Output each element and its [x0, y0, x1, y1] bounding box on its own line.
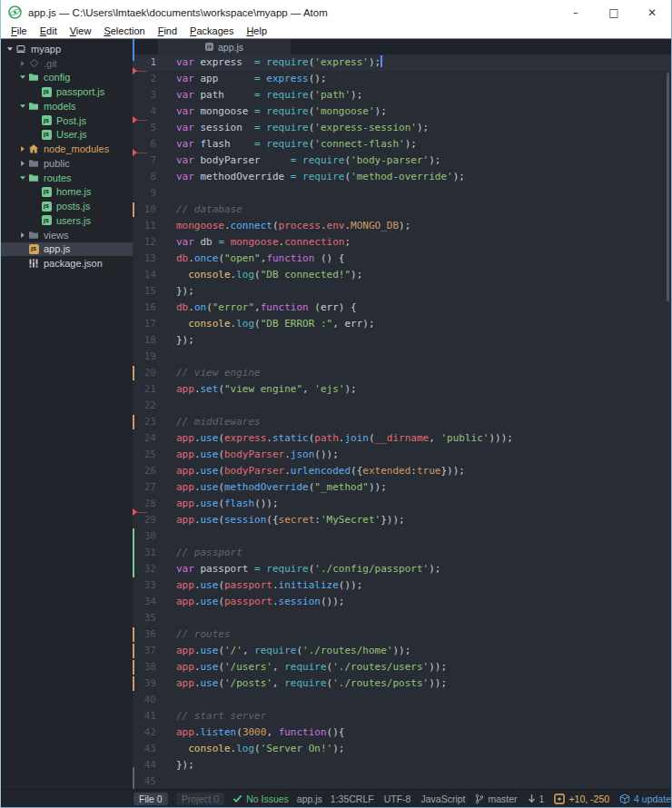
code-line[interactable]: 32var passport = require('./config/passp… [133, 561, 671, 577]
code-line[interactable]: 31// passport [133, 545, 671, 561]
status-4-updates[interactable]: 4 updates [619, 793, 672, 804]
tree-item-posts-js[interactable]: JSposts.js [1, 199, 133, 213]
code-line[interactable]: 45 [133, 774, 671, 789]
code-line[interactable]: 16db.on("error",function (err) { [133, 300, 671, 316]
tree-item-node-modules[interactable]: node_modules [1, 142, 133, 156]
chevron-right-icon[interactable] [17, 232, 27, 239]
menu-find[interactable]: Find [152, 25, 183, 37]
tree-item-git[interactable]: .git [1, 56, 133, 71]
code-line[interactable]: 7var bodyParser = require('body-parser')… [133, 153, 671, 169]
line-number: 24 [133, 430, 156, 447]
code-line[interactable]: 41// start server [133, 708, 671, 724]
line-number: 33 [133, 577, 156, 594]
chevron-down-icon[interactable] [5, 45, 15, 53]
status-no-issues[interactable]: No Issues [232, 793, 289, 804]
status-label: app.js [297, 793, 322, 804]
code-line[interactable]: 5var session = require('express-session'… [133, 120, 671, 136]
maximize-button[interactable]: □ [595, 0, 633, 25]
code-line[interactable]: 11mongoose.connect(process.env.MONGO_DB)… [133, 218, 671, 234]
tree-item-user-js[interactable]: JSUser.js [1, 128, 133, 143]
code-line[interactable]: 18}); [133, 332, 671, 349]
chevron-right-icon[interactable] [17, 160, 27, 167]
code-line[interactable]: 37app.use('/', require('./routes/home'))… [133, 643, 671, 659]
code-line[interactable]: 19 [133, 349, 671, 365]
chevron-down-icon[interactable] [17, 174, 27, 182]
code-line[interactable]: 12var db = mongoose.connection; [133, 234, 671, 251]
code-line[interactable]: 38app.use('/users', require('./routes/us… [133, 659, 671, 675]
code-line[interactable]: 28app.use(flash()); [133, 496, 671, 512]
tree-item-myapp[interactable]: myapp [1, 42, 133, 56]
tree-item-users-js[interactable]: JSusers.js [1, 213, 133, 228]
code-line[interactable]: 40 [133, 692, 671, 708]
menu-view[interactable]: View [64, 25, 98, 37]
menu-help[interactable]: Help [240, 25, 273, 37]
status-file-0[interactable]: File 0 [133, 793, 168, 805]
line-number: 18 [133, 332, 156, 349]
code-line[interactable]: 34app.use(passport.session()); [133, 594, 671, 610]
status-1[interactable]: 1 [528, 793, 545, 804]
tree-item-config[interactable]: config [1, 71, 133, 85]
code-line[interactable]: 42app.listen(3000, function(){ [133, 724, 671, 741]
code-line[interactable]: 43 console.log('Server On!'); [133, 741, 671, 757]
status-10-250[interactable]: +10, -250 [554, 793, 609, 804]
status-master[interactable]: master [475, 793, 517, 804]
menu-packages[interactable]: Packages [183, 25, 240, 37]
code-line[interactable]: 9 [133, 185, 671, 202]
status-1-35[interactable]: 1:35 [331, 793, 349, 804]
code-line[interactable]: 13db.once("open",function () { [133, 251, 671, 267]
menu-edit[interactable]: Edit [34, 25, 64, 37]
code-line[interactable]: 33app.use(passport.initialize()); [133, 577, 671, 594]
code-line[interactable]: 36// routes [133, 626, 671, 643]
code-line[interactable]: 27app.use(methodOverride("_method")); [133, 479, 671, 496]
code-line[interactable]: 14 console.log("DB connected!"); [133, 267, 671, 283]
status-utf-8[interactable]: UTF-8 [384, 793, 411, 804]
code-line[interactable]: 15}); [133, 283, 671, 300]
minimize-button[interactable]: – [557, 0, 595, 25]
code-line[interactable]: 4var mongoose = require('mongoose'); [133, 103, 671, 120]
tree-item-package-json[interactable]: package.json [1, 256, 133, 271]
code-line[interactable]: 8var methodOverride = require('method-ov… [133, 169, 671, 185]
code-line[interactable]: 26app.use(bodyParser.urlencoded({extende… [133, 463, 671, 479]
code-line[interactable]: 10// database [133, 202, 671, 218]
tree-item-home-js[interactable]: JShome.js [1, 185, 133, 200]
code-line[interactable]: 3var path = require('path'); [133, 87, 671, 103]
code-line[interactable]: 20// view engine [133, 365, 671, 381]
chevron-right-icon[interactable] [17, 60, 27, 67]
status-app-js[interactable]: app.js [297, 793, 322, 804]
tree-item-routes[interactable]: routes [1, 171, 133, 185]
status-crlf[interactable]: CRLF [349, 793, 373, 804]
line-number: 27 [133, 479, 156, 496]
tab-app-js[interactable]: JSapp.js [158, 39, 291, 54]
tree-item-post-js[interactable]: JSPost.js [1, 113, 133, 128]
code-line[interactable]: 44}); [133, 757, 671, 774]
tree-item-label: posts.js [56, 201, 90, 212]
code-line[interactable]: 29app.use(session({secret:'MySecret'})); [133, 512, 671, 528]
code-line[interactable]: 17 console.log("DB ERROR :", err); [133, 316, 671, 332]
code-line[interactable]: 1var express = require('express'); [133, 54, 671, 71]
code-line[interactable]: 23// middlewares [133, 414, 671, 430]
chevron-down-icon[interactable] [17, 103, 27, 110]
chevron-down-icon[interactable] [17, 74, 27, 81]
code-editor[interactable]: 1var express = require('express');2var a… [133, 54, 671, 789]
tree-item-models[interactable]: models [1, 99, 133, 113]
code-line[interactable]: 39app.use('/posts', require('./routes/po… [133, 675, 671, 692]
tree-item-app-js[interactable]: JSapp.js [1, 242, 133, 257]
editor-scrollbar[interactable] [667, 73, 669, 301]
status-project-0[interactable]: Project 0 [176, 793, 224, 805]
code-line[interactable]: 21app.set("view engine", 'ejs'); [133, 381, 671, 398]
status-javascript[interactable]: JavaScript [420, 793, 465, 804]
menu-file[interactable]: File [5, 25, 34, 37]
chevron-right-icon[interactable] [17, 145, 27, 153]
code-line[interactable]: 6var flash = require('connect-flash'); [133, 136, 671, 153]
code-line[interactable]: 30 [133, 528, 671, 545]
code-line[interactable]: 35 [133, 610, 671, 626]
code-line[interactable]: 2var app = express(); [133, 71, 671, 87]
code-line[interactable]: 22 [133, 398, 671, 414]
code-line[interactable]: 24app.use(express.static(path.join(__dir… [133, 430, 671, 447]
tree-item-views[interactable]: views [1, 228, 133, 242]
close-button[interactable]: ✕ [633, 0, 671, 25]
tree-item-passport-js[interactable]: JSpassport.js [1, 84, 133, 99]
menu-selection[interactable]: Selection [97, 25, 151, 37]
tree-item-public[interactable]: public [1, 156, 133, 171]
code-line[interactable]: 25app.use(bodyParser.json()); [133, 447, 671, 463]
